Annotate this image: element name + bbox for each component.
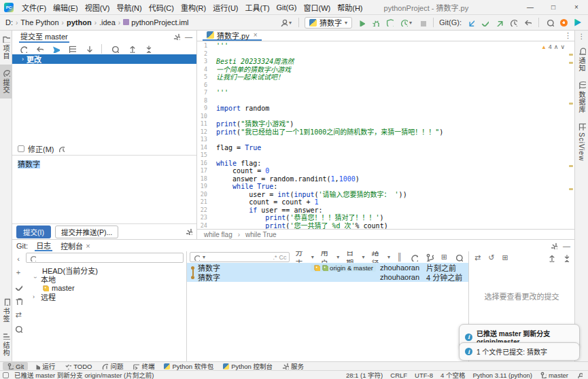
profiler-button[interactable]: ▾ <box>398 18 413 27</box>
chevron-right-icon[interactable]: › <box>33 293 38 300</box>
status-item[interactable]: Python 3.11 (python) <box>472 372 532 379</box>
debug-button[interactable] <box>370 18 381 27</box>
toolwindow-button-Python 控制台[interactable]: Python 控制台 <box>219 362 277 370</box>
toolwindow-button-终端[interactable]: 终端 <box>128 362 158 370</box>
view-options-button[interactable]: ⊞ <box>440 253 449 261</box>
chevron-left-button[interactable]: ‹ <box>16 255 21 264</box>
menu-item[interactable]: 工具(T) <box>242 2 273 13</box>
amend-checkbox[interactable] <box>18 145 24 152</box>
more-icon[interactable]: ⋮ <box>578 31 585 43</box>
grid2-button[interactable]: ⊞ <box>500 253 509 262</box>
status-item[interactable]: UTF-8 <box>415 372 433 379</box>
prev-problem-icon[interactable]: ∧ <box>554 43 559 50</box>
close-tab-icon[interactable]: × <box>86 242 90 250</box>
status-item[interactable]: master <box>540 372 568 379</box>
stripe-item-database[interactable]: 数据库 <box>575 77 588 118</box>
trash-button[interactable] <box>13 296 24 306</box>
commit-button[interactable]: 提交(I) <box>16 225 51 238</box>
message-history-icon[interactable] <box>58 145 65 152</box>
commit-options-gear-icon[interactable] <box>186 228 192 235</box>
inspections-widget[interactable]: ▲ 4 ∧ ∨ <box>541 43 565 50</box>
stripe-item-structure[interactable]: 结构 <box>0 327 12 361</box>
search-flag[interactable]: Cc <box>279 254 286 261</box>
toolwindow-button-问题[interactable]: 问题 <box>97 362 127 370</box>
stripe-item-commit[interactable]: 提交 <box>0 65 12 98</box>
breadcrumb-item[interactable]: D: <box>4 18 14 26</box>
commit-tab[interactable]: 提交至 master <box>19 31 69 43</box>
stripe-item-bell[interactable]: 通知 <box>575 43 588 77</box>
toolwindow-button-Git[interactable]: Git <box>3 362 28 370</box>
status-item[interactable]: 4 个空格 <box>440 370 465 379</box>
git-tab-日志[interactable]: 日志 <box>35 240 52 251</box>
update-project-button[interactable] <box>465 18 476 27</box>
close-tab-icon[interactable]: × <box>254 31 258 39</box>
changes-root-row[interactable]: › 更改 <box>12 54 196 64</box>
expand-all-button[interactable] <box>126 44 137 54</box>
plus-button[interactable]: + <box>15 268 22 277</box>
editor-breadcrumb-item[interactable]: while True <box>245 231 277 238</box>
breadcrumb-item[interactable]: python <box>65 18 93 26</box>
refresh-button[interactable] <box>18 44 29 54</box>
search-flags[interactable]: .*Cc <box>273 254 286 261</box>
breadcrumb-item[interactable]: pythonProject.iml <box>122 18 190 26</box>
undo2-button[interactable]: ↺ <box>487 253 496 262</box>
branch-button[interactable] <box>424 253 435 262</box>
toolwindow-button-TODO[interactable]: TODO <box>60 362 96 370</box>
toolwindow-button-运行[interactable]: 运行 <box>29 362 59 370</box>
stop-button[interactable] <box>417 18 428 27</box>
coverage-button[interactable] <box>384 18 395 27</box>
next-problem-icon[interactable]: ∨ <box>560 43 565 50</box>
checkout-button[interactable] <box>13 282 24 291</box>
group-by-button[interactable] <box>67 44 77 54</box>
toolwindow-button-服务[interactable]: 服务 <box>278 362 308 370</box>
hide-icon[interactable]: — <box>185 33 192 41</box>
menu-item[interactable]: 导航(N) <box>113 2 145 13</box>
pause-button[interactable]: ║ <box>396 253 404 261</box>
status-item[interactable]: 28:1 (1 字符) <box>346 370 383 379</box>
menu-item[interactable]: 帮助(H) <box>334 2 366 13</box>
commit-message-area[interactable]: 猜数字 <box>12 155 196 224</box>
collapse-all-button[interactable] <box>142 44 153 54</box>
swap-button[interactable]: ⇄ <box>473 253 482 262</box>
fetch-button[interactable]: ⇄ <box>14 310 22 319</box>
menu-item[interactable]: 文件(F) <box>18 2 50 13</box>
editor-options-icon[interactable]: ⋮ <box>564 31 574 40</box>
commit-notification[interactable]: i 1 个文件已提交: 猜数字 <box>459 342 580 361</box>
run-button[interactable] <box>356 18 366 27</box>
menu-item[interactable]: 代码(C) <box>145 2 177 13</box>
commit-check-button[interactable] <box>479 18 490 27</box>
status-item[interactable] <box>576 372 583 378</box>
gear-icon[interactable] <box>173 33 180 40</box>
minimize-button[interactable]: — <box>519 0 542 14</box>
status-item[interactable]: CRLF <box>390 372 407 379</box>
git-tab-控制台[interactable]: 控制台× <box>59 240 91 251</box>
search-flag[interactable]: .* <box>273 254 277 261</box>
history-button[interactable] <box>508 18 519 27</box>
menu-item[interactable]: 运行(U) <box>209 2 241 13</box>
breadcrumb-item[interactable]: .idea <box>98 18 117 26</box>
close-button[interactable]: × <box>565 0 588 14</box>
menu-item[interactable]: Git(G) <box>273 3 300 12</box>
rollback-button[interactable] <box>34 44 45 54</box>
maximize-button[interactable]: □ <box>542 0 565 14</box>
toolwindow-button-Python 软件包[interactable]: Python 软件包 <box>160 362 218 370</box>
branch-tree-row[interactable]: ›本地 <box>26 274 184 283</box>
menu-item[interactable]: 重构(R) <box>177 2 209 13</box>
show-diff-button[interactable] <box>50 44 61 54</box>
hide-icon[interactable]: — <box>563 242 570 250</box>
editor-body[interactable]: 1'''23Besti 20233324周浩然4一个简单的猜数字小游戏5让我们一… <box>197 41 574 229</box>
menu-item[interactable]: 编辑(E) <box>50 2 82 13</box>
stripe-item-bookmark[interactable]: 书签 <box>0 293 12 327</box>
menu-item[interactable]: 视图(V) <box>82 2 114 13</box>
push-button[interactable] <box>494 18 504 27</box>
refresh-button[interactable] <box>409 253 419 262</box>
user-menu[interactable]: ▾ <box>278 18 293 27</box>
pro-button[interactable] <box>572 18 583 27</box>
editor-scrollbar[interactable] <box>568 41 574 229</box>
log-search-input[interactable]: ▾ .*Cc <box>190 252 290 262</box>
search-everywhere-button[interactable] <box>544 18 555 27</box>
commit-row[interactable]: 猜数字origin & masterzhouhaoran片刻之前 <box>187 263 468 272</box>
rollback-button[interactable] <box>522 18 533 27</box>
find-button[interactable] <box>109 44 120 54</box>
chevron-down-icon[interactable]: › <box>32 276 39 282</box>
